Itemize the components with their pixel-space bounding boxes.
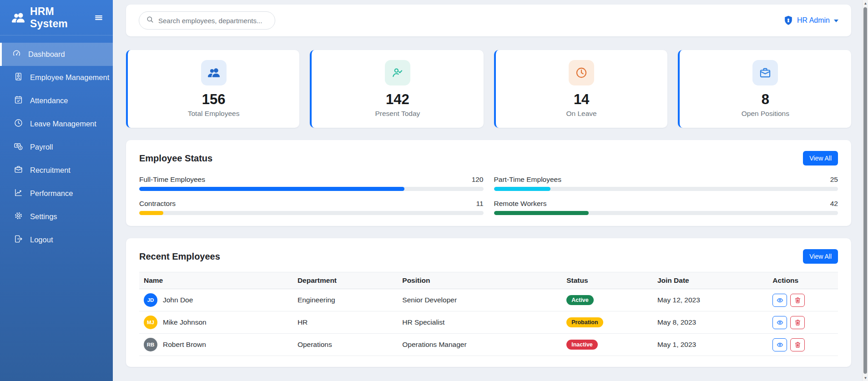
logout-icon — [14, 235, 23, 245]
sidebar-item-label: Payroll — [30, 143, 53, 151]
delete-employee-button[interactable] — [790, 316, 805, 329]
recent-employees-view-all-button[interactable]: View All — [803, 249, 838, 264]
stat-label: Open Positions — [742, 110, 789, 118]
stat-value: 8 — [762, 92, 769, 107]
progress-remote-workers: Remote Workers 42 — [494, 200, 838, 215]
employees-table: Name Department Position Status Join Dat… — [139, 272, 838, 356]
sidebar-item-settings[interactable]: Settings — [0, 205, 113, 228]
table-row: MJ Mike Johnson HR HR Specialist Probati… — [139, 311, 838, 334]
recent-employees-panel: Recent Employees View All Name Departmen… — [126, 238, 851, 367]
search-box[interactable] — [139, 11, 275, 30]
progress-label: Remote Workers — [494, 200, 547, 208]
shield-icon — [784, 15, 793, 25]
employee-status-title: Employee Status — [139, 153, 212, 164]
sidebar-item-label: Recruitment — [30, 166, 71, 175]
main-content: HR Admin 156 Total Employees 142 Present… — [113, 0, 857, 381]
svg-text:$: $ — [20, 146, 21, 149]
briefcase-icon — [752, 60, 778, 85]
progress-value: 42 — [830, 200, 838, 208]
delete-employee-button[interactable] — [790, 294, 805, 307]
column-header-position: Position — [398, 272, 562, 289]
people-icon — [201, 60, 227, 85]
sidebar-nav: Dashboard Employee Management Attendance… — [0, 43, 113, 251]
person-check-icon — [385, 60, 410, 85]
employee-position: Operations Manager — [398, 334, 562, 356]
view-employee-button[interactable] — [772, 338, 787, 351]
app-title: HRM System — [30, 5, 88, 30]
progress-fill — [494, 211, 589, 215]
sidebar-item-performance[interactable]: Performance — [0, 182, 113, 205]
table-row: JD John Doe Engineering Senior Developer… — [139, 289, 838, 311]
chevron-down-icon — [834, 20, 838, 22]
employee-status-view-all-button[interactable]: View All — [803, 151, 838, 165]
status-badge: Probation — [566, 317, 603, 328]
employee-status-grid: Full-Time Employees 120 Part-Time Employ… — [139, 175, 838, 215]
progress-fill — [494, 187, 551, 191]
progress-fill — [139, 187, 404, 191]
recent-employees-title: Recent Employees — [139, 251, 220, 262]
search-input[interactable] — [158, 17, 267, 25]
table-row: RB Robert Brown Operations Operations Ma… — [139, 334, 838, 356]
sidebar-item-label: Dashboard — [28, 50, 65, 59]
stat-value: 14 — [574, 92, 589, 107]
sidebar-item-leave-management[interactable]: Leave Management — [0, 112, 113, 135]
sidebar-item-dashboard[interactable]: Dashboard — [0, 43, 113, 66]
clock-icon — [14, 119, 23, 129]
scroll-up-arrow[interactable]: ▲ — [863, 0, 868, 6]
clock-icon — [569, 60, 594, 85]
avatar: RB — [144, 338, 157, 351]
employee-join-date: May 1, 2023 — [653, 334, 768, 356]
scrollbar: ▲ ▼ — [862, 0, 868, 381]
user-menu[interactable]: HR Admin — [784, 15, 838, 25]
column-header-department: Department — [293, 272, 398, 289]
scrollbar-thumb[interactable] — [863, 7, 867, 374]
menu-toggle-icon[interactable] — [94, 13, 104, 23]
sidebar-item-label: Performance — [30, 189, 73, 198]
progress-value: 11 — [476, 200, 483, 208]
employee-join-date: May 8, 2023 — [653, 311, 768, 334]
progress-track — [139, 187, 484, 191]
person-badge-icon — [14, 72, 23, 83]
sidebar: HRM System Dashboard Employee Management… — [0, 0, 113, 381]
stat-card-present-today: 142 Present Today — [310, 50, 483, 128]
sidebar-item-attendance[interactable]: Attendance — [0, 89, 113, 112]
stat-label: Present Today — [375, 110, 420, 118]
user-name: HR Admin — [797, 16, 830, 25]
sidebar-item-label: Employee Management — [30, 73, 109, 82]
view-employee-button[interactable] — [772, 316, 787, 329]
sidebar-item-label: Leave Management — [30, 120, 96, 128]
delete-employee-button[interactable] — [790, 338, 805, 351]
status-badge: Active — [566, 295, 594, 306]
table-header-row: Name Department Position Status Join Dat… — [139, 272, 838, 289]
progress-label: Part-Time Employees — [494, 175, 561, 184]
briefcase-icon — [14, 165, 23, 175]
scroll-down-arrow[interactable]: ▼ — [863, 375, 868, 381]
sidebar-item-logout[interactable]: Logout — [0, 228, 113, 251]
people-logo-icon — [12, 11, 25, 24]
employee-position: Senior Developer — [398, 289, 562, 311]
progress-track — [494, 211, 838, 215]
view-employee-button[interactable] — [772, 294, 787, 307]
status-badge: Inactive — [566, 340, 598, 350]
avatar: MJ — [144, 316, 157, 329]
progress-contractors: Contractors 11 — [139, 200, 484, 215]
brand: HRM System — [0, 0, 113, 35]
gear-icon — [14, 211, 23, 222]
stat-card-total-employees: 156 Total Employees — [126, 50, 299, 128]
avatar: JD — [144, 293, 157, 307]
column-header-actions: Actions — [768, 272, 838, 289]
stat-value: 142 — [386, 92, 409, 107]
sidebar-item-payroll[interactable]: $ Payroll — [0, 135, 113, 159]
column-header-name: Name — [139, 272, 293, 289]
stat-card-on-leave: 14 On Leave — [494, 50, 667, 128]
progress-track — [139, 211, 484, 215]
topbar: HR Admin — [126, 5, 851, 36]
employee-status-panel: Employee Status View All Full-Time Emplo… — [126, 140, 851, 226]
employee-department: HR — [293, 311, 398, 334]
graph-up-icon — [14, 188, 23, 199]
sidebar-item-employee-management[interactable]: Employee Management — [0, 66, 113, 89]
employee-position: HR Specialist — [398, 311, 562, 334]
sidebar-item-recruitment[interactable]: Recruitment — [0, 159, 113, 182]
stat-label: Total Employees — [188, 110, 240, 118]
employee-name: Mike Johnson — [163, 318, 207, 326]
